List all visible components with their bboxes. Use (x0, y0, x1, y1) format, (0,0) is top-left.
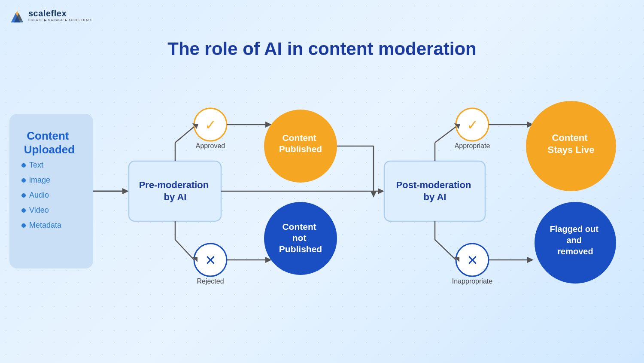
arrow-to-cross (175, 240, 194, 260)
logo-name: scaleflex (28, 9, 93, 18)
bullet-text (21, 163, 26, 168)
arrow-to-appropriate-check (435, 127, 456, 143)
bullet-video (21, 208, 26, 213)
arrowhead-inappropriate-to-flagged (527, 257, 534, 263)
arrowhead-to-post (371, 191, 377, 198)
item-image: image (29, 176, 50, 184)
logo-text: scaleflex CREATE ▶ MANAGE ▶ ACCELERATE (28, 9, 93, 22)
check-icon: ✓ (205, 117, 216, 133)
inappropriate-label: Inappropriate (452, 278, 492, 285)
bullet-image (21, 178, 26, 183)
post-moderation-box (384, 161, 485, 221)
appropriate-label: Appropriate (455, 142, 490, 149)
arrowhead-upload-to-pre (122, 188, 129, 194)
bullet-metadata (21, 223, 26, 228)
check-icon-appropriate: ✓ (467, 117, 478, 133)
arrow-to-inappropriate-cross (435, 240, 456, 260)
rejected-label: Rejected (197, 278, 224, 285)
item-video: Video (29, 206, 49, 214)
approved-label: Approved (196, 142, 225, 149)
item-audio: Audio (29, 191, 49, 199)
logo: scaleflex CREATE ▶ MANAGE ▶ ACCELERATE (9, 8, 93, 23)
item-text: Text (29, 161, 43, 169)
item-metadata: Metadata (29, 221, 62, 229)
logo-tagline: CREATE ▶ MANAGE ▶ ACCELERATE (28, 18, 93, 22)
arrow-to-check (175, 127, 194, 143)
pre-moderation-box (129, 161, 221, 221)
scaleflex-logo-icon (9, 8, 25, 23)
arrowhead-pre-to-post (378, 188, 384, 194)
cross-icon-rejected: ✕ (205, 253, 216, 268)
cross-icon-inappropriate: ✕ (467, 253, 478, 268)
diagram-svg: Content Uploaded Text image Audio Video … (0, 82, 644, 301)
page-title: The role of AI in content moderation (0, 39, 644, 59)
bullet-audio (21, 193, 26, 198)
